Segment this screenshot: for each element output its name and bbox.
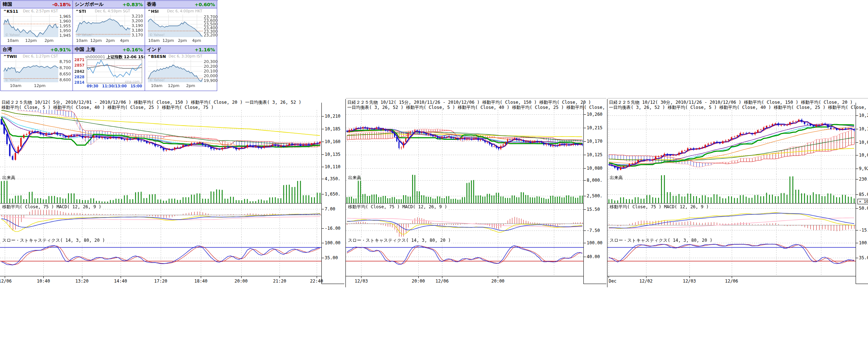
panel-plot-area[interactable]: 出来高 移動平均( Close, 75 ) MACD( 12, 26, 9 ) … — [346, 110, 583, 276]
axis-tick — [584, 209, 586, 210]
axis-tick — [856, 129, 858, 129]
axis-tick — [322, 154, 324, 155]
axis-tick-label: 1,945 — [59, 33, 71, 38]
axis-tick-label: 100.00 — [325, 240, 340, 245]
axis-tick-label: 1,955 — [59, 24, 71, 28]
axis-tick-label: 10,135 — [325, 152, 340, 157]
axis-tick-label: 3,170 — [132, 33, 143, 38]
axis-tick-label: 09:30 — [87, 84, 98, 88]
market-chart-body: sh000001 上证指数 12-06 15:00 sina.com 28712… — [73, 54, 145, 91]
axis-tick-label: 10,185 — [325, 126, 340, 131]
axis-tick-label: 19,900 — [204, 78, 218, 83]
market-chart-body: ^HSI Dec 6, 4:00pm HKT © Yahoo! 23,70023… — [145, 8, 217, 46]
axis-tick — [856, 155, 858, 155]
market-cell-header: インド +1.16% — [145, 46, 217, 54]
window-edge — [607, 98, 868, 99]
axis-tick — [609, 276, 609, 278]
price-candlestick-chart — [346, 110, 583, 174]
axis-tick-label: 17:20 — [154, 279, 167, 284]
axis-tick — [584, 128, 586, 128]
axis-tick-label: 8,650 — [59, 72, 71, 76]
market-cell-china-shanghai[interactable]: 中国 上海 +0.16% sh000001 上证指数 12-06 15:00 s… — [73, 46, 145, 91]
axis-tick-label: 20,200 — [204, 64, 218, 69]
axis-tick-label: 10,260 — [859, 113, 868, 118]
market-change: +0.60% — [195, 2, 215, 7]
axis-tick-label: 2871 — [74, 58, 85, 62]
axis-tick-label: 3,200 — [132, 19, 143, 23]
ticker-symbol: ^KS11 — [3, 9, 18, 14]
axis-tick — [322, 194, 324, 194]
panel-plot-area[interactable]: 出来高 移動平均( Close, 75 ) MACD( 12, 26, 9 ) … — [0, 110, 321, 276]
axis-tick — [856, 208, 858, 209]
axis-tick — [584, 114, 586, 115]
market-cell-header: 台湾 +0.91% — [1, 46, 73, 54]
yahoo-watermark: © Yahoo! — [5, 33, 20, 37]
axis-tick — [856, 169, 858, 169]
axis-tick-label: 23,200 — [204, 33, 218, 38]
ticker-symbol: ^STI — [75, 9, 86, 14]
yahoo-watermark: © Yahoo! — [77, 33, 93, 37]
axis-tick-label: 3,180 — [132, 28, 143, 33]
axis-tick-label: 10,210 — [325, 114, 340, 119]
axis-tick-label: Dec — [609, 279, 617, 284]
axis-tick — [856, 243, 858, 243]
macd-label: 移動平均( Close, 75 ) MACD( 12, 26, 9 ) — [1, 204, 102, 210]
market-cell-korea[interactable]: 韓国 -0.18% ^KS11 Dec 6, 2:57pm KST © Yaho… — [1, 1, 73, 46]
axis-tick — [121, 276, 121, 278]
axis-tick-label: 12/06 — [0, 279, 12, 284]
macd-label: 移動平均( Close, 75 ) MACD( 12, 26, 9 ) — [609, 204, 709, 210]
axis-tick-label: 12/03 — [355, 279, 368, 284]
volume-chart — [607, 174, 856, 203]
axis-tick-label: 21:20 — [273, 279, 286, 284]
market-overview-grid: 韓国 -0.18% ^KS11 Dec 6, 2:57pm KST © Yaho… — [0, 0, 218, 91]
market-cell-india[interactable]: インド +1.16% ^BSESN Dec 6, 3:30pm IST © Ya… — [145, 46, 217, 91]
axis-tick-label: 10,170 — [587, 139, 602, 144]
axis-tick — [43, 276, 44, 278]
trading-workstation-screen: { "chart_data": [ { "type": "area", "reg… — [0, 0, 868, 351]
axis-tick-label: 2pm — [106, 38, 115, 43]
axis-tick-label: 10,090 — [859, 140, 868, 145]
axis-tick-label: 10,110 — [325, 164, 340, 169]
axis-tick-label: 2842 — [74, 70, 85, 74]
axis-tick-label: 20,000 — [204, 74, 218, 78]
axis-tick-label: 8,600 — [59, 78, 71, 82]
axis-tick-label: 12/03 — [683, 279, 696, 284]
panel-plot-area[interactable]: 出来高 移動平均( Close, 75 ) MACD( 12, 26, 9 ) … — [607, 110, 856, 276]
axis-tick-label: 13:20 — [75, 279, 89, 284]
axis-tick-label: 15.50 — [587, 207, 600, 212]
axis-tick — [82, 276, 82, 278]
axis-tick — [322, 116, 324, 117]
market-name: 韓国 — [3, 1, 12, 8]
axis-tick — [5, 276, 5, 278]
chart-panel-nikkei-5min[interactable]: 日経２２５先物 10/12( 5分, 2010/12/01 - 2010/12/… — [0, 99, 344, 287]
axis-tick-label: -15.00 — [859, 228, 868, 233]
market-cell-hongkong[interactable]: 香港 +0.60% ^HSI Dec 6, 4:00pm HKT © Yahoo… — [145, 1, 217, 46]
overview-row-1: 韓国 -0.18% ^KS11 Dec 6, 2:57pm KST © Yaho… — [1, 1, 218, 46]
market-chart-body: ^TWII Dec 6, 1:27pm CST © Yahoo! 8,7508,… — [1, 54, 73, 91]
market-change: +0.16% — [122, 47, 143, 52]
axis-tick-label: 35.00 — [325, 255, 338, 260]
volume-macd-divider — [346, 203, 583, 204]
stochastics-label: スロー・ストキャスティクス( 14, 3, 80, 20 ) — [347, 237, 451, 244]
yahoo-watermark: © Yahoo! — [149, 78, 165, 82]
axis-tick-label: 10,175 — [859, 126, 868, 131]
chart-panel-nikkei-15min[interactable]: 日経２２５先物 10/12( 15分, 2010/11/26 - 2010/12… — [345, 99, 606, 287]
volume-macd-divider — [0, 203, 321, 204]
market-cell-singapore[interactable]: シンガポール +0.83% ^STI Dec 6, 4:59pm SGT © Y… — [73, 1, 145, 46]
axis-tick-label: 2pm — [178, 38, 187, 43]
market-cell-taiwan[interactable]: 台湾 +0.91% ^TWII Dec 6, 1:27pm CST © Yaho… — [1, 46, 73, 91]
yahoo-watermark: © Yahoo! — [5, 78, 20, 82]
axis-tick-label: 4,350. — [325, 176, 340, 181]
axis-tick — [361, 276, 361, 278]
volume-label: 出来高 — [609, 175, 623, 181]
plot-bottom-border — [346, 276, 583, 276]
axis-tick-label: 2pm — [186, 83, 195, 88]
chart-panel-nikkei-30min[interactable]: 日経２２５先物 10/12( 30分, 2010/11/26 - 2010/12… — [607, 99, 868, 287]
market-change: +1.16% — [195, 47, 215, 52]
market-chart-body: ^KS11 Dec 6, 2:57pm KST © Yahoo! 1,9651,… — [1, 8, 73, 46]
axis-tick — [322, 209, 324, 209]
axis-tick — [322, 142, 324, 142]
axis-tick-label: 10,080 — [587, 166, 602, 171]
sse-chart-title: sh000001 上证指数 12-06 15:00 — [85, 54, 151, 60]
axis-tick-label: 1,650. — [325, 192, 340, 197]
